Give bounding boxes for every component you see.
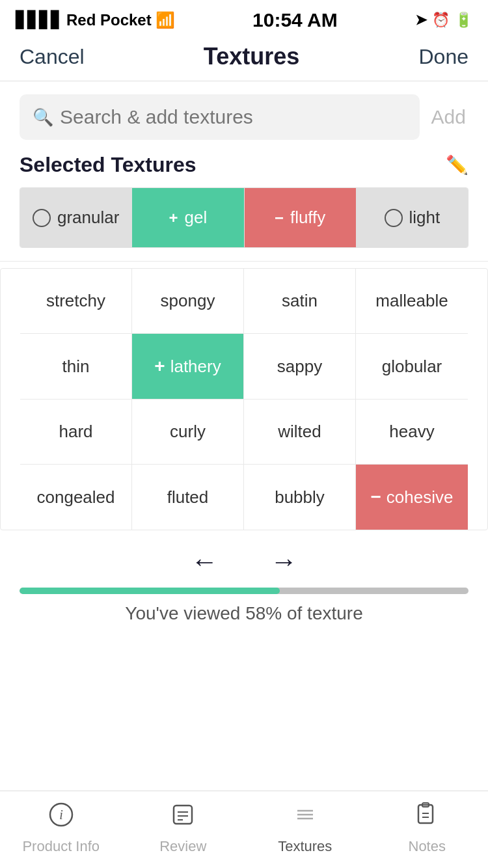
circle-icon xyxy=(33,209,51,227)
edit-icon[interactable]: ✏️ xyxy=(446,154,468,176)
texture-cell-curly[interactable]: curly xyxy=(132,400,244,465)
texture-cell-hard[interactable]: hard xyxy=(20,400,132,465)
texture-cell-sappy[interactable]: sappy xyxy=(244,334,356,400)
texture-cell-cohesive[interactable]: −cohesive xyxy=(356,465,468,530)
minus-icon: − xyxy=(275,209,284,227)
review-label: Review xyxy=(159,838,206,855)
review-icon xyxy=(170,802,196,833)
texture-label: spongy xyxy=(161,291,215,311)
search-section: 🔍 Add xyxy=(0,81,488,146)
tab-textures[interactable]: Textures xyxy=(244,802,366,855)
texture-cell-bubbly[interactable]: bubbly xyxy=(244,465,356,530)
status-bar: ▋▋▋▋ Red Pocket 📶 10:54 AM ➤ ⏰ 🔋 xyxy=(0,0,488,36)
texture-label: sappy xyxy=(277,357,322,377)
chip-gel[interactable]: +gel xyxy=(132,188,244,247)
chip-label: granular xyxy=(57,208,119,228)
wifi-icon: 📶 xyxy=(156,11,175,29)
texture-label: congealed xyxy=(37,487,115,508)
notes-label: Notes xyxy=(409,838,446,855)
pagination-section: ← → xyxy=(0,530,488,584)
tab-bar: i Product Info Review Textures xyxy=(0,791,488,868)
add-button[interactable]: Add xyxy=(429,106,468,128)
chip-label: gel xyxy=(185,208,208,228)
textures-label: Textures xyxy=(278,838,332,855)
tab-product-info[interactable]: i Product Info xyxy=(0,802,122,855)
texture-label: satin xyxy=(282,291,318,311)
texture-label: curly xyxy=(170,422,206,442)
texture-cell-stretchy[interactable]: stretchy xyxy=(20,269,132,334)
alarm-icon: ⏰ xyxy=(432,12,450,29)
product-info-icon: i xyxy=(48,802,74,833)
plus-icon: + xyxy=(154,356,165,377)
progress-bar-fill xyxy=(20,588,280,594)
texture-grid: stretchyspongysatinmalleablethin+lathery… xyxy=(0,268,488,530)
chips-row: granular+gel−fluffylight xyxy=(20,187,468,248)
texture-label: stretchy xyxy=(46,291,105,311)
selected-textures-title: Selected Textures xyxy=(20,153,197,177)
progress-section: You've viewed 58% of texture xyxy=(0,584,488,631)
chip-fluffy[interactable]: −fluffy xyxy=(245,188,357,247)
search-input[interactable] xyxy=(60,106,407,128)
texture-label: malleable xyxy=(375,291,448,311)
texture-label: globular xyxy=(382,357,442,377)
next-page-button[interactable]: → xyxy=(270,546,297,577)
battery-icon: 🔋 xyxy=(455,12,472,29)
tab-review[interactable]: Review xyxy=(122,802,245,855)
texture-cell-lathery[interactable]: +lathery xyxy=(132,334,244,400)
minus-icon: − xyxy=(371,487,381,508)
search-row: 🔍 Add xyxy=(20,94,468,140)
time-display: 10:54 AM xyxy=(252,9,338,31)
carrier-label: Red Pocket xyxy=(66,11,152,29)
progress-bar-track xyxy=(20,588,468,594)
location-icon: ➤ xyxy=(415,12,427,29)
circle-icon xyxy=(385,209,403,227)
selected-textures-section: Selected Textures ✏️ granular+gel−fluffy… xyxy=(0,146,488,254)
chip-label: fluffy xyxy=(290,208,325,228)
tab-notes[interactable]: Notes xyxy=(366,802,489,855)
signal-icon: ▋▋▋▋ xyxy=(16,11,62,29)
chip-label: light xyxy=(409,208,441,228)
product-info-label: Product Info xyxy=(22,838,100,855)
texture-cell-congealed[interactable]: congealed xyxy=(20,465,132,530)
texture-cell-thin[interactable]: thin xyxy=(20,334,132,400)
texture-label: wilted xyxy=(278,422,321,442)
texture-cell-fluted[interactable]: fluted xyxy=(132,465,244,530)
chip-granular[interactable]: granular xyxy=(20,188,132,247)
texture-label: cohesive xyxy=(386,487,454,508)
texture-cell-malleable[interactable]: malleable xyxy=(356,269,468,334)
svg-rect-2 xyxy=(174,806,192,824)
search-box[interactable]: 🔍 xyxy=(20,94,420,140)
nav-bar: Cancel Textures Done xyxy=(0,36,488,81)
svg-text:i: i xyxy=(59,807,63,822)
texture-label: fluted xyxy=(167,487,209,508)
selected-header: Selected Textures ✏️ xyxy=(20,153,468,177)
texture-label: thin xyxy=(62,357,90,377)
chip-light[interactable]: light xyxy=(357,188,468,247)
page-title: Textures xyxy=(204,43,299,70)
texture-cell-spongy[interactable]: spongy xyxy=(132,269,244,334)
texture-label: heavy xyxy=(389,422,434,442)
textures-icon xyxy=(292,802,318,833)
divider xyxy=(0,261,488,262)
cancel-button[interactable]: Cancel xyxy=(20,45,85,69)
texture-label: hard xyxy=(59,422,92,442)
progress-label: You've viewed 58% of texture xyxy=(20,603,468,631)
texture-cell-satin[interactable]: satin xyxy=(244,269,356,334)
done-button[interactable]: Done xyxy=(418,45,468,69)
texture-cell-wilted[interactable]: wilted xyxy=(244,400,356,465)
texture-label: lathery xyxy=(170,357,221,377)
status-right: ➤ ⏰ 🔋 xyxy=(415,12,472,29)
notes-icon xyxy=(414,802,440,833)
search-icon: 🔍 xyxy=(33,107,53,128)
prev-page-button[interactable]: ← xyxy=(191,546,218,577)
plus-icon: + xyxy=(169,209,178,227)
texture-label: bubbly xyxy=(275,487,325,508)
texture-cell-globular[interactable]: globular xyxy=(356,334,468,400)
texture-cell-heavy[interactable]: heavy xyxy=(356,400,468,465)
status-left: ▋▋▋▋ Red Pocket 📶 xyxy=(16,11,175,29)
